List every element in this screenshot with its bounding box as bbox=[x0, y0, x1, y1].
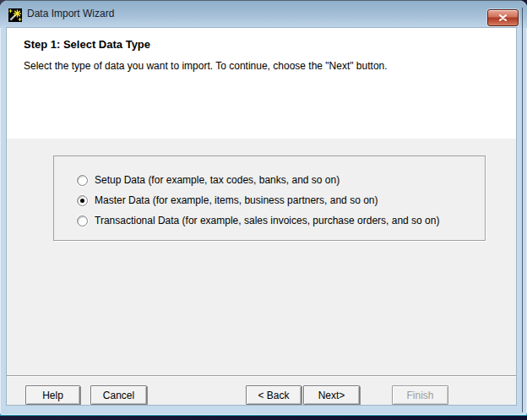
window-title: Data Import Wizard bbox=[27, 8, 114, 19]
radio-button-setup-data[interactable] bbox=[77, 175, 88, 186]
wizard-client-area: Step 1: Select Data Type Select the type… bbox=[7, 28, 516, 405]
desktop: Data Import Wizard Step 1: Select Data T… bbox=[0, 0, 527, 420]
wizard-wand-icon bbox=[8, 8, 22, 22]
step-description: Select the type of data you want to impo… bbox=[24, 60, 388, 72]
radio-button-master-data[interactable] bbox=[77, 195, 88, 206]
next-button[interactable]: Next> bbox=[303, 385, 360, 405]
back-button[interactable]: < Back bbox=[246, 385, 302, 405]
finish-button: Finish bbox=[392, 385, 448, 405]
close-icon bbox=[499, 14, 507, 21]
close-button[interactable] bbox=[487, 9, 519, 26]
data-type-groupbox: Setup Data (for example, tax codes, bank… bbox=[53, 155, 486, 241]
data-import-wizard-window: Data Import Wizard Step 1: Select Data T… bbox=[0, 0, 527, 415]
frame-inner-stroke bbox=[522, 8, 523, 412]
radio-option-transactional-data[interactable]: Transactional Data (for example, sales i… bbox=[54, 210, 485, 231]
help-button[interactable]: Help bbox=[25, 385, 80, 405]
radio-label-transactional-data: Transactional Data (for example, sales i… bbox=[95, 215, 439, 226]
step-title: Step 1: Select Data Type bbox=[24, 38, 150, 51]
radio-button-transactional-data[interactable] bbox=[77, 215, 88, 226]
cancel-button[interactable]: Cancel bbox=[90, 385, 147, 405]
titlebar[interactable]: Data Import Wizard bbox=[0, 1, 527, 28]
radio-label-setup-data: Setup Data (for example, tax codes, bank… bbox=[95, 174, 340, 186]
button-row-separator bbox=[7, 375, 516, 377]
radio-label-master-data: Master Data (for example, items, busines… bbox=[95, 194, 378, 206]
radio-option-master-data[interactable]: Master Data (for example, items, busines… bbox=[54, 190, 485, 210]
radio-option-setup-data[interactable]: Setup Data (for example, tax codes, bank… bbox=[54, 170, 485, 190]
wizard-header: Step 1: Select Data Type Select the type… bbox=[7, 28, 516, 139]
